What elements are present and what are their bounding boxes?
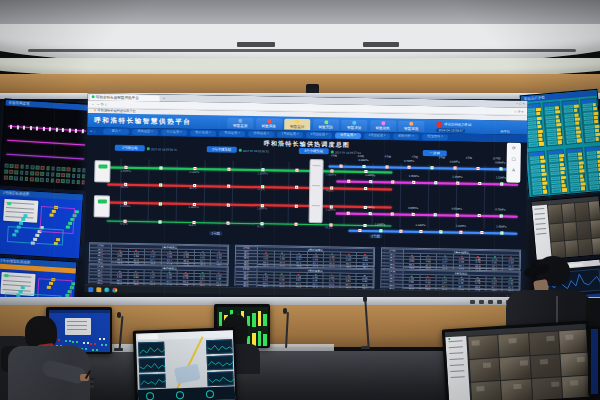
chrome-icon[interactable] [112,287,117,292]
new-tab-button[interactable]: + [163,95,165,100]
measurement-label: 0.79MPa [404,161,414,164]
nav-tab-icon [324,120,328,124]
valve-marker [227,222,230,225]
measurement-label: 1.26MPa [257,208,267,211]
indicator-cell [35,177,39,181]
measurement-label: 46.8℃ [188,225,196,228]
subtab-chip-11[interactable]: 能耗分析 × [393,134,419,140]
subtab-chip-9[interactable]: 全景监视 × [335,133,361,139]
nav-tab-5[interactable]: 智慧决策 [341,119,367,130]
gauge-bar [575,122,579,125]
pipeline [107,202,392,209]
nav-tab-3[interactable]: 智慧监控 [284,118,310,129]
window-controls[interactable]: – □ × [516,102,524,106]
badge-timestamp: 2024-04-18 09:56:41 [151,147,177,151]
valve-marker [391,181,394,184]
gauge-row-cell [590,185,599,189]
platform-title: 呼和浩特长输智慧供热平台 [94,116,191,127]
thumb-highlight [577,356,585,361]
pipeline [336,213,517,218]
nav-tab-7[interactable]: 智慧巡视 [398,120,424,131]
nav-tab-6[interactable]: 智慧能耗 [370,120,396,131]
indicator-cell [56,179,60,183]
measurement-label: 45.1℃ [325,228,333,231]
camera-thumb [576,221,590,240]
subtab-chip-2[interactable]: 调度总图 × [132,129,158,135]
microphone-base [114,348,123,351]
valve-marker [499,168,502,171]
gauge-bar [557,132,561,136]
nav-tab-1[interactable]: 智慧监测 [227,117,253,128]
nav-tab-2[interactable]: 智慧调度 [256,118,282,129]
bookmark-item[interactable]: 呼和浩特长输智慧供热平台 [98,108,136,113]
valve-marker [125,166,128,169]
gauge-bar [555,110,560,114]
station-header-label: 4号站 [331,155,337,158]
valve-marker [363,224,366,227]
gauge-bar [543,186,547,189]
org-name: 呼和浩特热力集团 [444,122,471,126]
thumb-highlight [520,360,528,365]
url-action-icons[interactable]: ☆ ⟳ ≡ [514,110,524,114]
edge-icon[interactable] [104,287,109,292]
measurement-label: 1.31MPa [456,226,466,229]
gauge-bar [557,128,561,131]
equip-block [72,282,76,285]
browser-nav-icons[interactable]: ← → ↻ ⌂ [92,102,107,106]
nav-tab-label: 智慧能耗 [370,126,396,130]
subtab-chip-5[interactable]: 泵站监视 × [219,131,245,137]
thumb-highlight [482,362,490,367]
valve-marker [477,214,480,217]
measurement-label: 1.26MPa [375,224,385,227]
section-divider [399,164,401,228]
nav-tab-4[interactable]: 智慧安防 [313,119,339,130]
indicator-cell [77,168,81,172]
gauge-bar [538,138,542,142]
thumb-highlight [551,381,559,386]
gauge-bar [539,142,544,146]
gauge-group [561,100,582,145]
valve-marker [227,203,230,206]
camera-thumb [530,354,561,378]
camera-thumb [560,352,589,376]
indicator-cell [72,168,76,172]
measurement-label: 0.95MPa [358,160,368,163]
main-display-browser: 呼和浩特长输智慧供热平台 + – □ × ← → ↻ ⌂ http://60.2… [84,93,527,300]
user-menu[interactable]: 管理员 [500,129,510,133]
info-line [3,284,31,287]
subtab-chip-10[interactable]: 3号线监视 × [364,133,390,139]
windows-start-icon[interactable] [88,287,93,292]
camera-thumb [498,333,529,357]
subtab-chip-12[interactable]: 报警查询 × [422,134,448,140]
browser-side-toolbar[interactable]: ⟳▢A [506,142,521,182]
subtab-chip-7[interactable]: 1号线监视 × [277,132,303,138]
info-line [3,280,31,283]
gauge-bar [579,165,583,169]
valve-marker [296,186,299,189]
subtab-chip-6[interactable]: 管网监视 × [248,131,274,137]
indicator-cell [51,166,55,170]
camera-thumb [531,377,562,400]
nav-tab-icon [267,119,271,123]
subtab-chip-1[interactable]: 首页 × [103,129,129,135]
station-badge: 1号隔压站 [115,145,145,152]
indicator-cell [35,171,39,175]
gauge-bar [576,126,580,130]
gauge-bar [595,129,599,133]
equip-block [21,218,25,221]
map-region [173,363,200,384]
pipeline [108,167,393,174]
subtab-chip-3[interactable]: 水力监视 × [161,130,187,136]
measurement-label: 0.95MPa [452,209,462,212]
line-label: 2号线 [369,234,382,238]
gauge-bar [577,139,582,143]
subtab-chip-8[interactable]: 2号线监视 × [306,132,332,138]
measurement-label: 47.2℃ [120,224,128,227]
stat-card [206,355,232,370]
mini-node [81,129,83,133]
info-line [3,289,31,292]
subtab-chip-4[interactable]: 热力监视 × [190,130,216,136]
gauge-bar [542,181,547,185]
valve-marker [159,167,162,170]
folder-icon[interactable] [96,287,101,292]
